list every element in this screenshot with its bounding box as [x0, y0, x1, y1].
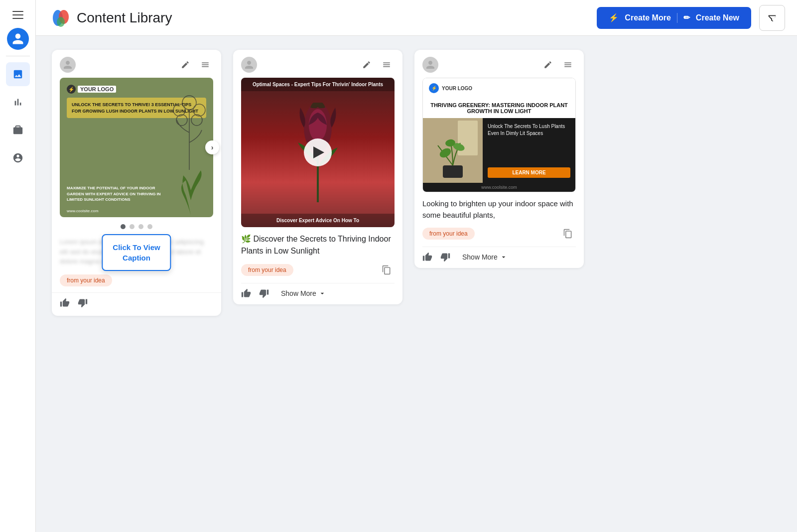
card2-video-background: Optimal Spaces - Expert Tips For Thrivin… [241, 78, 395, 227]
card2-video-overlay-top: Optimal Spaces - Expert Tips For Thrivin… [241, 78, 395, 91]
card3-ad-logo-text: YOUR LOGO [442, 86, 472, 91]
card1-logo: ⚡ YOUR LOGO [67, 85, 116, 94]
card3-body-text: Looking to brighten up your indoor space… [422, 198, 576, 221]
card1-menu-button[interactable] [197, 57, 213, 73]
card1-logo-text: YOUR LOGO [78, 86, 116, 93]
btn-divider [677, 13, 677, 23]
carousel-dot-3[interactable] [138, 224, 143, 229]
card3-menu-button[interactable] [560, 57, 576, 73]
create-more-new-button[interactable]: ⚡ Create More ✏ Create New [597, 7, 751, 29]
card3-ad-panel-text: Unlock The Secrets To Lush Plants Even I… [488, 123, 570, 137]
card2-dislike-button[interactable] [259, 288, 269, 298]
copy-icon [563, 229, 573, 239]
card3-ad-header: ⚡ YOUR LOGO [423, 78, 575, 98]
card2-play-button[interactable] [304, 138, 332, 166]
sidebar-item-images[interactable] [6, 62, 30, 86]
click-to-view-caption-button[interactable]: Click To ViewCaption [102, 234, 171, 271]
card1-from-idea-tag: from your idea [60, 274, 112, 286]
card1-like-button[interactable] [60, 298, 70, 308]
copy-icon [382, 265, 392, 275]
sidebar-item-profile[interactable] [6, 146, 30, 170]
card2-overlay-bottom-text: Discover Expert Advice On How To [245, 218, 391, 223]
card1-dislike-button[interactable] [78, 298, 88, 308]
sidebar-item-analytics[interactable] [6, 90, 30, 114]
carousel-dot-4[interactable] [147, 224, 152, 229]
card3-like-button[interactable] [422, 252, 432, 262]
card3-show-more-button[interactable]: Show More [462, 253, 508, 261]
card1-actions [52, 292, 221, 316]
chevron-down-icon [318, 289, 326, 297]
card2-overlay-top-text: Optimal Spaces - Expert Tips For Thrivin… [245, 82, 391, 87]
svg-point-4 [173, 104, 185, 116]
card3-ad-website: www.coolsite.com [423, 183, 575, 192]
card2-like-button[interactable] [241, 288, 251, 298]
main-content: Content Library ⚡ Create More ✏ Create N… [36, 0, 797, 532]
chevron-down-icon [500, 253, 508, 261]
card2-tags: from your idea [241, 262, 395, 283]
card3-ad-creative: ⚡ YOUR LOGO THRIVING GREENERY: MASTERING… [422, 78, 576, 192]
card1-plant-graphic [173, 165, 208, 217]
user-avatar[interactable] [7, 28, 29, 50]
filter-icon [767, 12, 778, 23]
card2-video-area[interactable]: Optimal Spaces - Expert Tips For Thrivin… [241, 78, 395, 227]
dislike-icon [259, 288, 269, 298]
card3-ad-plant-photo [423, 118, 483, 183]
card3-header [414, 50, 584, 78]
card1-caption-area: Lorem ipsum dolor sit amet consectetur a… [52, 233, 221, 272]
like-icon [422, 252, 432, 262]
svg-point-7 [191, 115, 202, 126]
card1-avatar [60, 57, 76, 73]
card3-ad-image-panel: Unlock The Secrets To Lush Plants Even I… [423, 118, 575, 183]
card1-logo-icon: ⚡ [67, 85, 76, 94]
svg-point-6 [176, 115, 187, 126]
svg-point-5 [193, 104, 205, 116]
card3-cta-button[interactable]: LEARN MORE [488, 167, 570, 178]
card2-actions: Show More [241, 283, 395, 298]
card3-ad-title: THRIVING GREENERY: MASTERING INDOOR PLAN… [423, 98, 575, 118]
sidebar-item-briefcase[interactable] [6, 118, 30, 142]
card2-menu-button[interactable] [379, 57, 395, 73]
card3-from-idea-tag: from your idea [422, 228, 475, 240]
card3-body: Looking to brighten up your indoor space… [414, 192, 584, 268]
card1-flower-decoration [169, 93, 209, 174]
play-triangle-icon [313, 146, 324, 158]
content-area: ⚡ YOUR LOGO UNLOCK THE SECRETS TO THRIVE… [36, 36, 797, 532]
card2-show-more-button[interactable]: Show More [281, 289, 326, 297]
card3-edit-button[interactable] [540, 57, 556, 73]
card1-plant-area: MAXIMIZE THE POTENTIAL OF YOUR INDOOR GA… [67, 183, 173, 202]
svg-rect-14 [443, 165, 463, 178]
sidebar [0, 0, 36, 532]
carousel-dot-2[interactable] [130, 224, 134, 229]
card1-image-area: ⚡ YOUR LOGO UNLOCK THE SECRETS TO THRIVE… [60, 78, 213, 217]
card3-ad-text-panel: Unlock The Secrets To Lush Plants Even I… [483, 118, 575, 183]
card2-edit-button[interactable] [359, 57, 375, 73]
carousel-dot-1[interactable] [121, 224, 126, 229]
carousel-dots [52, 217, 221, 233]
card1-edit-button[interactable] [177, 57, 193, 73]
card2-copy-button[interactable] [379, 262, 395, 278]
card3-actions: Show More [422, 247, 576, 262]
chevron-right-icon: › [211, 143, 214, 151]
card1-subtext: MAXIMIZE THE POTENTIAL OF YOUR INDOOR GA… [67, 185, 173, 202]
card3-copy-button[interactable] [560, 226, 576, 242]
card3-avatar [422, 57, 438, 73]
create-more-label: Create More [625, 13, 670, 22]
create-new-label: Create New [696, 13, 739, 22]
card2-title: 🌿 Discover the Secrets to Thriving Indoo… [241, 233, 395, 257]
header-logo: Content Library [48, 6, 172, 30]
like-icon [241, 288, 251, 298]
card1-header [52, 50, 221, 78]
card2-avatar [241, 57, 257, 73]
card1-poster-image: ⚡ YOUR LOGO UNLOCK THE SECRETS TO THRIVE… [60, 78, 213, 217]
filter-button[interactable] [759, 5, 785, 31]
card3-ad-container: ⚡ YOUR LOGO THRIVING GREENERY: MASTERING… [422, 78, 576, 192]
card3-ad-logo-icon: ⚡ [429, 83, 439, 93]
lightning-icon: ⚡ [609, 13, 619, 22]
card3-dislike-button[interactable] [440, 252, 450, 262]
page-title: Content Library [77, 10, 172, 26]
hamburger-menu-icon[interactable] [9, 6, 27, 24]
carousel-next-button[interactable]: › [205, 140, 219, 154]
card-video: Optimal Spaces - Expert Tips For Thrivin… [233, 50, 402, 304]
card-ad: ⚡ YOUR LOGO THRIVING GREENERY: MASTERING… [414, 50, 584, 268]
click-to-view-label: Click To ViewCaption [113, 243, 160, 262]
